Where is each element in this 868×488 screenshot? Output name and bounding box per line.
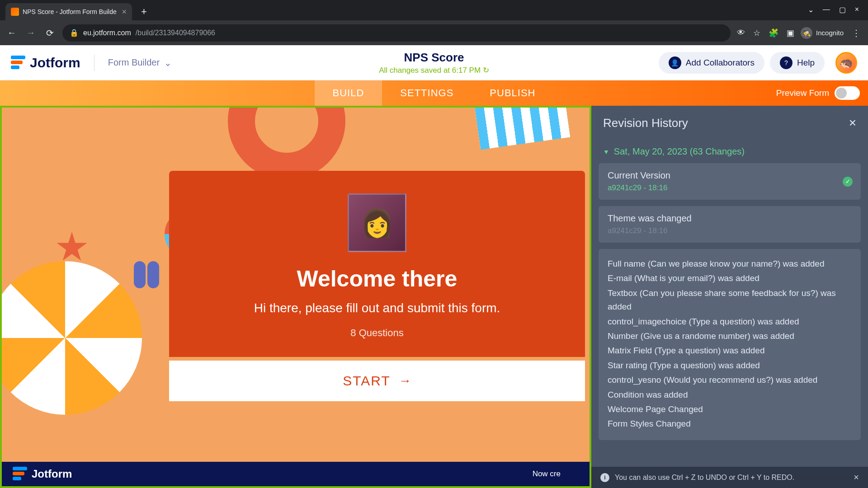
panel-header: Revision History ×: [591, 106, 868, 140]
tab-favicon: [11, 8, 19, 16]
lock-icon: 🔒: [70, 28, 79, 37]
back-button[interactable]: ←: [5, 28, 18, 38]
tab-build[interactable]: BUILD: [315, 80, 382, 106]
form-title[interactable]: NPS Score: [379, 51, 489, 65]
header-right: 👤 Add Collaborators ? Help 🦔: [659, 52, 857, 74]
window-controls: ⌄ — ▢ ×: [799, 0, 868, 19]
start-label: START: [343, 373, 391, 389]
chevron-down-icon: ⌄: [164, 57, 172, 68]
browser-tab-strip: NPS Score - Jotform Form Builde × + ⌄ — …: [0, 0, 868, 20]
footer-logo-mark-icon: [13, 467, 27, 481]
info-icon: i: [600, 473, 609, 482]
tab-publish[interactable]: PUBLISH: [472, 80, 553, 106]
extensions-icon[interactable]: 🧩: [769, 28, 778, 38]
revision-item-current[interactable]: Current Version a9241c29 - 18:16 ✓: [599, 163, 861, 200]
reload-button[interactable]: ⟳: [43, 28, 56, 38]
footer-banner-text: Now cre: [533, 469, 561, 479]
start-button[interactable]: START →: [169, 361, 585, 401]
logo-section: Jotform Form Builder ⌄: [11, 55, 172, 71]
tab-close-icon[interactable]: ×: [122, 7, 127, 17]
builder-label: Form Builder: [108, 57, 160, 68]
add-collaborators-button[interactable]: 👤 Add Collaborators: [659, 52, 764, 74]
revision-detail-line: control_imagechoice (Type a question) wa…: [608, 315, 852, 328]
question-count: 8 Questions: [187, 327, 567, 339]
tab-dropdown-icon[interactable]: ⌄: [808, 5, 814, 14]
incognito-label: Incognito: [816, 29, 844, 37]
preview-toggle[interactable]: [835, 86, 860, 100]
revision-history-panel: Revision History × ▼ Sat, May 20, 2023 (…: [591, 106, 868, 488]
help-button[interactable]: ? Help: [770, 52, 825, 74]
revision-detail-line: Number (Give us a randome number) was ad…: [608, 329, 852, 343]
close-window-icon[interactable]: ×: [855, 5, 859, 14]
tab-settings[interactable]: SETTINGS: [382, 80, 472, 106]
form-canvas[interactable]: 👩 Welcome there Hi there, please fill ou…: [0, 106, 591, 488]
revision-item-title: Theme was changed: [608, 213, 852, 224]
revision-item-meta: a9241c29 - 18:16: [608, 226, 852, 235]
form-avatar-image: 👩: [348, 193, 406, 252]
welcome-title: Welcome there: [187, 266, 567, 292]
address-bar[interactable]: 🔒 eu.jotform.com/build/231394094879066: [62, 24, 731, 42]
help-label: Help: [797, 58, 815, 68]
check-icon: ✓: [843, 177, 853, 187]
revision-item-meta: a9241c29 - 18:16: [608, 183, 852, 192]
welcome-card[interactable]: 👩 Welcome there Hi there, please fill ou…: [169, 171, 585, 357]
toast-close-icon[interactable]: ×: [854, 472, 859, 483]
footer-banner: Jotform Now cre: [2, 462, 590, 486]
revision-detail-line: Textbox (Can you please share some feedb…: [608, 286, 852, 314]
starfish-decoration: [56, 232, 88, 263]
footer-logo[interactable]: Jotform: [13, 467, 72, 481]
revision-detail-line: E-mail (What is your email?) was added: [608, 272, 852, 285]
url-domain: eu.jotform.com: [83, 29, 131, 37]
revision-detail-line: Condition was added: [608, 388, 852, 402]
new-tab-button[interactable]: +: [141, 6, 147, 20]
side-panel-icon[interactable]: ▣: [787, 28, 794, 38]
header-center: NPS Score All changes saved at 6:17 PM ↻: [379, 51, 489, 75]
arrow-right-icon: →: [399, 374, 411, 388]
revision-detail-line: Star rating (Type a question) was added: [608, 359, 852, 372]
revision-details[interactable]: Full name (Can we please know your name?…: [599, 249, 861, 440]
logo-mark-icon: [11, 56, 25, 70]
undo-redo-toast: i You can also use Ctrl + Z to UNDO or C…: [591, 467, 868, 488]
revision-detail-line: Full name (Can we please know your name?…: [608, 257, 852, 271]
revision-list[interactable]: Current Version a9241c29 - 18:16 ✓ Theme…: [591, 163, 868, 488]
float-ring-decoration: [228, 106, 345, 180]
user-avatar[interactable]: 🦔: [835, 52, 857, 74]
panel-title: Revision History: [603, 116, 688, 130]
revision-item-title: Current Version: [608, 170, 852, 181]
preview-label: Preview Form: [776, 88, 829, 98]
maximize-icon[interactable]: ▢: [839, 5, 846, 14]
star-icon[interactable]: ☆: [753, 28, 760, 38]
incognito-badge[interactable]: 🕵 Incognito: [801, 27, 844, 39]
revision-detail-line: Matrix Field (Type a question) was added: [608, 344, 852, 357]
minimize-icon[interactable]: —: [823, 5, 830, 14]
revision-detail-line: Form Styles Changed: [608, 417, 852, 431]
main-area: 👩 Welcome there Hi there, please fill ou…: [0, 106, 868, 488]
date-header-text: Sat, May 20, 2023 (63 Changes): [614, 146, 745, 157]
browser-toolbar: ← → ⟳ 🔒 eu.jotform.com/build/23139409487…: [0, 20, 868, 45]
welcome-subtitle: Hi there, please fill out and submit thi…: [187, 301, 567, 315]
app-header: Jotform Form Builder ⌄ NPS Score All cha…: [0, 45, 868, 80]
towel-decoration: [473, 106, 571, 150]
revision-date-header[interactable]: ▼ Sat, May 20, 2023 (63 Changes): [591, 140, 868, 163]
jotform-logo[interactable]: Jotform: [11, 55, 80, 70]
revision-detail-line: control_yesno (Would you recommend us?) …: [608, 373, 852, 387]
browser-tab[interactable]: NPS Score - Jotform Form Builde ×: [5, 3, 132, 20]
browser-menu-icon[interactable]: ⋮: [850, 28, 863, 38]
logo-text: Jotform: [30, 55, 80, 70]
tab-title: NPS Score - Jotform Form Builde: [23, 8, 118, 15]
divider: [94, 55, 94, 71]
footer-logo-text: Jotform: [32, 468, 72, 480]
toast-message: You can also use Ctrl + Z to UNDO or Ctr…: [615, 474, 794, 482]
main-tabs-bar: BUILD SETTINGS PUBLISH Preview Form: [0, 80, 868, 106]
collaborators-label: Add Collaborators: [686, 58, 755, 68]
question-icon: ?: [780, 56, 793, 69]
revision-item[interactable]: Theme was changed a9241c29 - 18:16: [599, 206, 861, 243]
form-builder-dropdown[interactable]: Form Builder ⌄: [108, 57, 172, 68]
main-tabs: BUILD SETTINGS PUBLISH: [315, 80, 554, 106]
forward-button[interactable]: →: [24, 28, 37, 38]
eye-off-icon[interactable]: 👁: [737, 28, 745, 38]
panel-close-icon[interactable]: ×: [849, 116, 856, 130]
url-path: /build/231394094879066: [136, 29, 215, 37]
toolbar-icons: 👁 ☆ 🧩 ▣: [737, 28, 794, 38]
sandals-decoration: [133, 261, 160, 297]
